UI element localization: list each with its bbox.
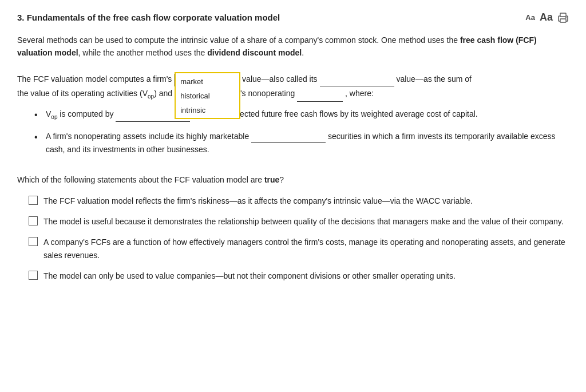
font-controls: Aa Aa	[525, 11, 569, 23]
question-bold: true	[264, 175, 279, 184]
svg-rect-2	[560, 13, 566, 17]
checkbox-item-4: The model can only be used to value comp…	[29, 270, 569, 282]
checkbox-4[interactable]	[29, 271, 38, 280]
printer-icon[interactable]	[557, 13, 569, 23]
sub-op: op	[148, 93, 154, 100]
checkbox-list: The FCF valuation model reflects the fir…	[29, 195, 569, 283]
bullet1-text-before: Vop is computed by	[46, 109, 116, 118]
intro-paragraph: Several methods can be used to compute t…	[17, 34, 569, 60]
bullet-item-1: Vop is computed by the firm's expected f…	[34, 108, 569, 122]
blank-2-input[interactable]	[320, 77, 394, 86]
section-title-text: Fundamentals of the free cash flow corpo…	[27, 13, 280, 22]
svg-rect-1	[560, 19, 566, 22]
svg-rect-3	[565, 17, 567, 18]
section-number: 3.	[17, 13, 25, 22]
checkbox-1-label: The FCF valuation model reflects the fir…	[43, 195, 473, 207]
fill-in-after4: , where:	[345, 89, 374, 98]
bullet-list: Vop is computed by the firm's expected f…	[34, 108, 569, 156]
fill-in-line1-before: The FCF valuation model computes a firm'…	[17, 74, 172, 84]
question-section: Which of the following statements about …	[17, 173, 569, 282]
fill-in-after2: value—as the sum of	[396, 74, 472, 84]
checkbox-2-label: The model is useful because it demonstra…	[43, 215, 564, 228]
blank-4-input[interactable]	[297, 93, 343, 102]
checkbox-3[interactable]	[29, 237, 38, 246]
dropdown-popup[interactable]: market historical intrinsic	[175, 72, 240, 119]
section-header: 3. Fundamentals of the free cash flow co…	[17, 11, 569, 23]
bullet2-text-before: A firm's nonoperating assets include its…	[46, 132, 251, 141]
question-suffix: ?	[279, 175, 284, 184]
blank-1-input[interactable]: market historical intrinsic	[174, 74, 240, 86]
fill-in-paragraph: The FCF valuation model computes a firm'…	[17, 72, 569, 102]
font-large-button[interactable]: Aa	[540, 11, 553, 23]
checkbox-4-label: The model can only be used to value comp…	[43, 270, 456, 282]
checkbox-item-2: The model is useful because it demonstra…	[29, 215, 569, 228]
checkbox-1[interactable]	[29, 196, 38, 205]
bullet1-sub: op	[51, 113, 57, 120]
checkbox-2[interactable]	[29, 216, 38, 225]
question-prefix: Which of the following statements about …	[17, 175, 264, 184]
checkbox-item-1: The FCF valuation model reflects the fir…	[29, 195, 569, 207]
question-text: Which of the following statements about …	[17, 173, 569, 186]
checkbox-3-label: A company's FCFs are a function of how e…	[43, 236, 569, 262]
checkbox-item-3: A company's FCFs are a function of how e…	[29, 236, 569, 262]
section-title: 3. Fundamentals of the free cash flow co…	[17, 13, 280, 22]
dropdown-option-intrinsic[interactable]: intrinsic	[176, 105, 210, 116]
bold-ddm: dividend discount model	[207, 48, 302, 57]
dropdown-option-historical[interactable]: historical	[176, 90, 214, 101]
bullet-item-2: A firm's nonoperating assets include its…	[34, 130, 569, 156]
dropdown-option-market[interactable]: market	[176, 76, 208, 87]
font-small-button[interactable]: Aa	[525, 13, 535, 22]
fill-in-after1: value—also called its	[242, 74, 319, 84]
fill-in-line2-before: the value of its operating activities (V…	[17, 89, 172, 98]
blank-1-wrapper[interactable]: market historical intrinsic	[174, 73, 240, 87]
bullet2-blank[interactable]	[251, 134, 326, 143]
